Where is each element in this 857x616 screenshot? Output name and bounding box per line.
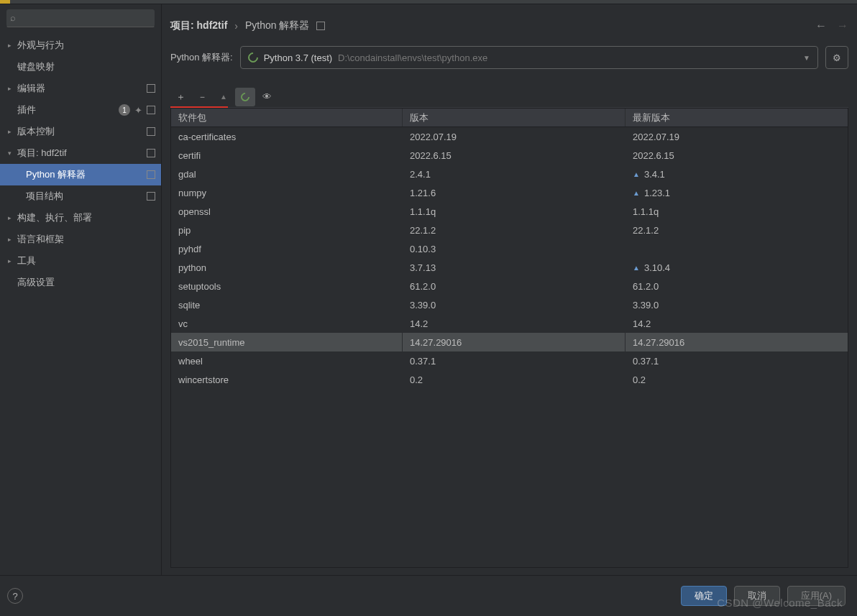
add-package-button[interactable]: ＋ — [170, 88, 191, 106]
pkg-version: 3.7.13 — [402, 258, 625, 277]
col-latest[interactable]: 最新版本 — [625, 109, 848, 127]
pkg-name: gdal — [171, 165, 402, 183]
pkg-latest: 2022.07.19 — [625, 127, 848, 146]
sidebar-item[interactable]: ▸版本控制 — [0, 121, 161, 142]
table-row[interactable]: wheel0.37.10.37.1 — [171, 351, 848, 370]
pkg-version: 1.21.6 — [402, 183, 625, 202]
pkg-version: 0.2 — [402, 370, 625, 389]
annotation-underline — [170, 106, 228, 108]
sidebar-item[interactable]: ▸构建、执行、部署 — [0, 207, 161, 229]
table-row[interactable]: python3.7.13▲3.10.4 — [171, 258, 848, 277]
update-badge: 1 — [119, 104, 130, 116]
table-row[interactable]: openssl1.1.1q1.1.1q — [171, 202, 848, 221]
pkg-name: openssl — [171, 202, 402, 221]
title-bar — [0, 0, 857, 4]
remove-package-button[interactable]: － — [192, 88, 212, 106]
table-row[interactable]: setuptools61.2.061.2.0 — [171, 277, 848, 295]
sidebar-tree: ▸外观与行为键盘映射▸编辑器插件1✦▸版本控制▾项目: hdf2tifPytho… — [0, 32, 161, 296]
ok-button[interactable]: 确定 — [681, 586, 727, 606]
chevron-right-icon — [6, 63, 13, 70]
help-button[interactable]: ? — [7, 588, 23, 604]
title-bar-accent — [0, 0, 10, 4]
conda-toggle-button[interactable] — [235, 88, 255, 106]
table-row[interactable]: vc14.214.2 — [171, 314, 848, 333]
pkg-latest — [625, 239, 848, 258]
forward-icon[interactable]: → — [837, 19, 848, 32]
sidebar-item-label: 版本控制 — [17, 125, 147, 138]
sidebar-item[interactable]: 插件1✦ — [0, 99, 161, 121]
back-icon[interactable]: ← — [815, 19, 827, 32]
table-row[interactable]: pyhdf0.10.3 — [171, 239, 848, 258]
apply-button[interactable]: 应用(A) — [787, 586, 845, 606]
conda-icon — [239, 91, 252, 103]
sidebar-item[interactable]: Python 解释器 — [0, 164, 161, 185]
pkg-latest: 0.37.1 — [625, 351, 848, 370]
pkg-latest: 14.2 — [625, 314, 848, 333]
upgrade-package-button[interactable]: ▲ — [214, 88, 234, 106]
table-row[interactable]: pip22.1.222.1.2 — [171, 221, 848, 239]
pkg-latest: 61.2.0 — [625, 277, 848, 295]
table-row[interactable]: ca-certificates2022.07.192022.07.19 — [171, 127, 848, 146]
pkg-latest: 0.2 — [625, 370, 848, 389]
sidebar-item-label: 项目: hdf2tif — [17, 147, 147, 160]
search-input[interactable] — [6, 9, 155, 27]
col-version[interactable]: 版本 — [402, 109, 625, 127]
pkg-name: pyhdf — [171, 239, 402, 258]
pkg-name: vc — [171, 314, 402, 333]
pkg-version: 14.27.29016 — [402, 333, 625, 351]
chevron-right-icon: ▸ — [6, 236, 13, 243]
sidebar-item[interactable]: 高级设置 — [0, 272, 161, 293]
sidebar-item[interactable]: ▸工具 — [0, 250, 161, 272]
sidebar-item[interactable]: ▸外观与行为 — [0, 35, 161, 56]
sidebar-item[interactable]: 项目结构 — [0, 185, 161, 207]
sidebar-item-label: 工具 — [17, 254, 155, 267]
dialog-footer: ? 确定 取消 应用(A) — [0, 575, 857, 616]
breadcrumb-current: Python 解释器 — [245, 19, 309, 32]
pkg-name: ca-certificates — [171, 127, 402, 146]
table-row[interactable]: gdal2.4.1▲3.4.1 — [171, 165, 848, 183]
interpreter-dropdown[interactable]: Python 3.7 (test) D:\condainstall\envs\t… — [240, 46, 818, 69]
scope-icon — [147, 84, 155, 93]
chevron-right-icon: ▸ — [6, 85, 13, 92]
table-row[interactable]: numpy1.21.6▲1.23.1 — [171, 183, 848, 202]
cancel-button[interactable]: 取消 — [734, 586, 780, 606]
minus-icon: － — [198, 91, 207, 104]
breadcrumb: 项目: hdf2tif › Python 解释器 — [170, 19, 325, 32]
upgrade-arrow-icon: ▲ — [633, 170, 640, 178]
sidebar-item[interactable]: ▾项目: hdf2tif — [0, 142, 161, 164]
sidebar-item-label: Python 解释器 — [26, 168, 147, 181]
table-row[interactable]: vs2015_runtime14.27.2901614.27.29016 — [171, 333, 848, 351]
pkg-version: 2.4.1 — [402, 165, 625, 183]
breadcrumb-root: 项目: hdf2tif — [170, 19, 227, 32]
eye-icon: 👁 — [262, 91, 272, 102]
pkg-version: 1.1.1q — [402, 202, 625, 221]
chevron-right-icon: ▸ — [6, 128, 13, 135]
plus-icon: ＋ — [176, 91, 185, 104]
pkg-name: vs2015_runtime — [171, 333, 402, 351]
interpreter-path: D:\condainstall\envs\test\python.exe — [338, 52, 487, 63]
table-row[interactable]: sqlite3.39.03.39.0 — [171, 295, 848, 314]
interpreter-name: Python 3.7 (test) — [264, 52, 332, 63]
pkg-latest: ▲1.23.1 — [625, 183, 848, 202]
pkg-latest: ▲3.4.1 — [625, 165, 848, 183]
pkg-latest: 2022.6.15 — [625, 146, 848, 165]
chevron-right-icon: ▸ — [6, 214, 13, 221]
sidebar-item[interactable]: ▸语言和框架 — [0, 229, 161, 250]
content-pane: 项目: hdf2tif › Python 解释器 ← → Python 解释器:… — [162, 4, 857, 575]
table-body: ca-certificates2022.07.192022.07.19certi… — [171, 127, 848, 567]
col-package[interactable]: 软件包 — [171, 109, 402, 127]
sidebar-item[interactable]: ▸编辑器 — [0, 78, 161, 99]
table-row[interactable]: certifi2022.6.152022.6.15 — [171, 146, 848, 165]
conda-icon — [246, 50, 260, 65]
translate-icon: ✦ — [134, 105, 142, 116]
pkg-latest: 3.39.0 — [625, 295, 848, 314]
table-row[interactable]: wincertstore0.20.2 — [171, 370, 848, 389]
chevron-right-icon — [6, 106, 13, 114]
chevron-down-icon: ▼ — [803, 54, 810, 62]
pkg-latest: 14.27.29016 — [625, 333, 848, 351]
sidebar-item[interactable]: 键盘映射 — [0, 56, 161, 78]
show-early-releases-button[interactable]: 👁 — [257, 88, 277, 106]
table-header: 软件包 版本 最新版本 — [171, 109, 848, 127]
pkg-name: sqlite — [171, 295, 402, 314]
settings-gear-button[interactable]: ⚙ — [825, 46, 848, 69]
